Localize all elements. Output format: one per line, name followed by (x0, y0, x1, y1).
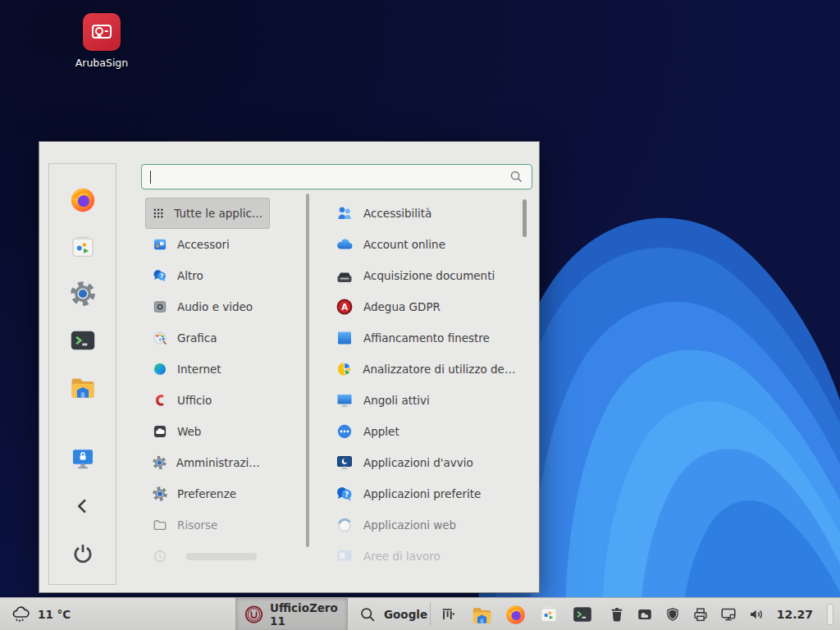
apps-scrollbar[interactable] (523, 199, 527, 237)
gdpr-icon: A (335, 297, 354, 317)
file-manager-icon (69, 373, 97, 401)
menu-button[interactable]: UfficioZero 11 (235, 598, 348, 630)
category-web[interactable]: Web (145, 416, 270, 447)
lock-screen-button[interactable] (65, 441, 101, 477)
column-separator (306, 194, 309, 547)
category-preferences[interactable]: Preferenze (145, 478, 270, 509)
taskbar: 11 °C UfficioZero 11 Google (0, 597, 840, 630)
app-accessibility[interactable]: Accessibilità (328, 198, 523, 229)
shield-icon (664, 605, 682, 623)
favorite-firefox-button[interactable] (65, 182, 101, 218)
category-list: Tutte le applicazioni Accessori ? (145, 198, 270, 572)
app-workspaces[interactable]: Aree di lavoro (328, 541, 523, 572)
preferred-applications-icon: ? (335, 484, 354, 504)
desktop-icon-label: ArubaSign (75, 57, 128, 69)
file-manager-launcher[interactable] (470, 603, 493, 626)
category-all-applications[interactable]: Tutte le applicazioni (145, 198, 270, 229)
category-graphics[interactable]: Grafica (145, 322, 270, 354)
preferences-gear-icon (152, 486, 168, 502)
category-places[interactable]: Risorse (145, 509, 270, 541)
desktop: ArubaSign (0, 0, 840, 630)
back-button[interactable] (65, 488, 101, 524)
startup-applications-icon (335, 453, 354, 472)
network-display-icon (719, 605, 737, 623)
category-other[interactable]: ? Altro (145, 260, 270, 291)
category-audio-video[interactable]: Audio e video (145, 291, 270, 322)
printer-icon (692, 605, 710, 623)
application-menu: Tutte le applicazioni Accessori ? (39, 141, 540, 593)
firefox-icon (504, 604, 527, 626)
places-folder-icon (152, 517, 168, 533)
internet-icon (152, 361, 168, 377)
app-startup-applications[interactable]: Applicazioni d'avvio (328, 447, 523, 478)
trash-tray-button[interactable] (607, 605, 627, 624)
favorite-terminal-button[interactable] (65, 322, 101, 358)
software-manager-icon (69, 233, 97, 261)
show-desktop-button[interactable] (827, 604, 833, 625)
power-button[interactable] (65, 536, 101, 572)
app-online-accounts[interactable]: Account online (328, 229, 523, 260)
software-manager-launcher[interactable] (537, 603, 560, 626)
weather-applet[interactable]: 11 °C (10, 598, 71, 630)
menu-button-label: UfficioZero 11 (270, 601, 347, 628)
category-administration[interactable]: Amministrazione (145, 447, 270, 478)
category-internet[interactable]: Internet (145, 354, 270, 385)
category-recent[interactable] (145, 541, 270, 572)
search-box[interactable] (141, 164, 532, 189)
audio-video-icon (152, 299, 168, 315)
favorite-file-manager-button[interactable] (65, 369, 101, 405)
app-preferred-applications[interactable]: ? Applicazioni preferite (328, 478, 523, 509)
all-apps-grid-icon (152, 205, 165, 221)
ufficiozero-logo-icon (244, 604, 263, 625)
svg-text:?: ? (160, 272, 163, 280)
shield-tray-button[interactable] (663, 605, 682, 624)
window-list-button[interactable] (436, 603, 459, 626)
file-manager-icon (471, 604, 493, 626)
svg-text:?: ? (345, 491, 349, 499)
photos-tray-button[interactable] (635, 605, 655, 624)
web-search-label: Google (384, 608, 427, 621)
category-accessories[interactable]: Accessori (145, 229, 270, 260)
power-icon (71, 541, 95, 566)
network-display-tray-button[interactable] (719, 605, 738, 624)
web-apps-icon (335, 515, 354, 535)
accessibility-icon (335, 203, 354, 223)
taskbar-launchers (436, 598, 594, 630)
svg-text:A: A (341, 303, 348, 312)
office-icon (152, 392, 168, 409)
settings-gear-icon (69, 280, 97, 308)
app-disk-usage-analyzer[interactable]: Analizzatore di utilizzo del … (328, 354, 523, 385)
other-category-icon: ? (152, 267, 168, 284)
app-document-scanner[interactable]: Acquisizione documenti (328, 260, 523, 291)
document-scanner-icon (335, 266, 354, 285)
rain-cloud-icon (10, 604, 31, 625)
app-adegua-gdpr[interactable]: A Adegua GDPR (328, 291, 523, 322)
firefox-launcher[interactable] (504, 603, 527, 626)
printer-tray-button[interactable] (691, 605, 710, 624)
window-tiling-icon (335, 328, 354, 348)
arubasign-icon (89, 20, 114, 44)
graphics-icon (152, 330, 168, 346)
category-office[interactable]: Ufficio (145, 385, 270, 416)
clock[interactable]: 12.27 (777, 608, 813, 621)
favorites-sidebar (48, 163, 116, 585)
window-list-icon (439, 605, 457, 623)
system-tray: 12.27 (607, 598, 833, 630)
volume-tray-button[interactable] (746, 605, 766, 624)
app-hot-corners[interactable]: Angoli attivi (328, 385, 523, 416)
applet-icon (335, 422, 354, 441)
photos-icon (636, 605, 654, 623)
app-web-apps[interactable]: Applicazioni web (328, 509, 523, 541)
online-accounts-cloud-icon (335, 235, 354, 254)
accessories-icon (152, 236, 168, 253)
app-window-tiling[interactable]: Affiancamento finestre (328, 322, 523, 354)
terminal-launcher[interactable] (571, 603, 594, 626)
app-applet[interactable]: Applet (328, 416, 523, 447)
web-search-button[interactable]: Google (348, 598, 439, 630)
favorite-software-manager-button[interactable] (65, 229, 101, 265)
lock-screen-icon (70, 445, 96, 472)
search-input[interactable] (153, 171, 509, 184)
desktop-icon-arubasign[interactable]: ArubaSign (67, 13, 136, 69)
recent-clock-icon (152, 548, 168, 564)
favorite-settings-button[interactable] (65, 276, 101, 312)
